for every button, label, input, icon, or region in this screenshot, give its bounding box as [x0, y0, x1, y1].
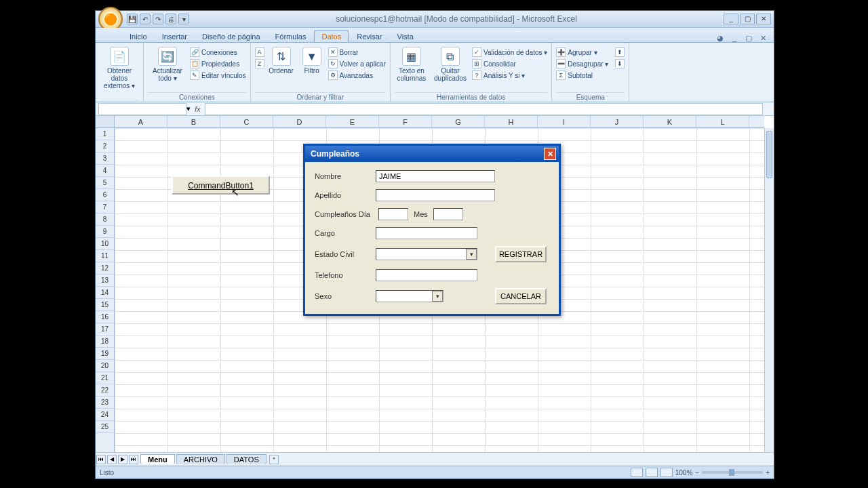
select-all-corner[interactable] — [96, 116, 115, 128]
tab-datos[interactable]: Datos — [314, 30, 349, 42]
apellido-field[interactable] — [376, 189, 495, 201]
save-icon[interactable]: 💾 — [127, 14, 138, 24]
page-layout-view-button[interactable] — [646, 468, 658, 477]
zoom-slider[interactable] — [702, 471, 763, 474]
tab-insertar[interactable]: Insertar — [155, 30, 194, 42]
minimize-button[interactable]: _ — [724, 14, 738, 24]
get-external-data-button[interactable]: 📄 Obtener datos externos ▾ — [100, 47, 139, 89]
consolidate-button[interactable]: ⊞Consolidar — [472, 58, 547, 69]
column-header[interactable]: F — [379, 116, 432, 127]
row-header[interactable]: 14 — [96, 287, 114, 299]
row-header[interactable]: 4 — [96, 165, 114, 177]
formula-bar[interactable] — [205, 103, 763, 115]
column-header[interactable]: C — [220, 116, 273, 127]
prev-sheet-button[interactable]: ◀ — [107, 455, 117, 464]
mes-field[interactable] — [433, 208, 463, 220]
cargo-field[interactable] — [376, 227, 477, 239]
column-header[interactable]: E — [326, 116, 379, 127]
tab-diseño-de-página[interactable]: Diseño de página — [195, 30, 267, 42]
collapse-icon[interactable]: ⬇ — [615, 58, 625, 69]
row-header[interactable]: 2 — [96, 140, 114, 152]
remove-duplicates-button[interactable]: ⧉ Quitar duplicados — [431, 47, 469, 82]
row-header[interactable]: 9 — [96, 226, 114, 238]
ribbon-restore-icon[interactable]: ▢ — [743, 33, 754, 43]
ungroup-button[interactable]: ➖Desagrupar ▾ — [556, 58, 608, 69]
reapply-button[interactable]: ↻Volver a aplicar — [328, 58, 386, 69]
sort-az-button[interactable]: A — [255, 47, 264, 58]
sheet-tab-archivo[interactable]: ARCHIVO — [176, 454, 225, 464]
print-icon[interactable]: 🖨 — [165, 14, 176, 24]
maximize-button[interactable]: ▢ — [740, 14, 755, 24]
group-button[interactable]: ➕Agrupar ▾ — [556, 47, 608, 58]
tab-inicio[interactable]: Inicio — [123, 30, 154, 42]
tab-fórmulas[interactable]: Fórmulas — [269, 30, 313, 42]
column-header[interactable]: D — [273, 116, 326, 127]
filter-button[interactable]: ▼ Filtro — [298, 47, 326, 75]
text-to-columns-button[interactable]: ▦ Texto en columnas — [395, 47, 429, 82]
tab-revisar[interactable]: Revisar — [350, 30, 389, 42]
row-header[interactable]: 6 — [96, 189, 114, 201]
row-header[interactable]: 13 — [96, 274, 114, 287]
estado-combo[interactable] — [376, 248, 477, 260]
dia-field[interactable] — [378, 208, 408, 220]
column-header[interactable]: L — [696, 116, 749, 127]
row-header[interactable]: 1 — [96, 128, 114, 140]
undo-icon[interactable]: ↶ — [140, 14, 151, 24]
registrar-button[interactable]: REGISTRAR — [495, 246, 547, 262]
sheet-tab-menu[interactable]: Menu — [140, 454, 175, 464]
close-button[interactable]: ✕ — [756, 14, 771, 24]
sort-za-button[interactable]: Z — [255, 58, 264, 69]
row-header[interactable]: 8 — [96, 214, 114, 226]
row-header[interactable]: 16 — [96, 311, 114, 323]
name-box[interactable] — [98, 103, 186, 115]
next-sheet-button[interactable]: ▶ — [118, 455, 127, 464]
row-header[interactable]: 17 — [96, 323, 114, 336]
row-header[interactable]: 25 — [96, 421, 114, 433]
fx-icon[interactable]: fx — [195, 105, 201, 113]
clear-filter-button[interactable]: ✕Borrar — [328, 47, 386, 58]
telefono-field[interactable] — [376, 269, 477, 281]
zoom-out-button[interactable]: − — [695, 469, 699, 476]
page-break-view-button[interactable] — [660, 468, 673, 477]
command-button-1[interactable]: CommandButton1 — [172, 176, 270, 195]
row-header[interactable]: 19 — [96, 348, 114, 360]
dialog-close-button[interactable]: ✕ — [544, 148, 556, 160]
vertical-scrollbar[interactable] — [764, 128, 774, 452]
edit-links-button[interactable]: ✎Editar vínculos — [190, 70, 246, 81]
expand-icon[interactable]: ⬆ — [615, 47, 625, 58]
subtotal-button[interactable]: ΣSubtotal — [556, 70, 608, 81]
whatif-button[interactable]: ?Análisis Y si ▾ — [472, 70, 547, 81]
row-header[interactable]: 15 — [96, 299, 114, 311]
sexo-dropdown-icon[interactable]: ▾ — [432, 291, 443, 302]
row-header[interactable]: 10 — [96, 238, 114, 250]
new-sheet-button[interactable]: ＊ — [269, 455, 279, 464]
row-header[interactable]: 24 — [96, 409, 114, 421]
column-header[interactable]: B — [167, 116, 220, 127]
scrollbar-thumb[interactable] — [766, 131, 772, 178]
row-header[interactable]: 12 — [96, 262, 114, 274]
advanced-button[interactable]: ⚙Avanzadas — [328, 70, 386, 81]
row-header[interactable]: 11 — [96, 250, 114, 262]
cancelar-button[interactable]: CANCELAR — [495, 288, 547, 304]
column-header[interactable]: G — [432, 116, 485, 127]
tab-vista[interactable]: Vista — [391, 30, 420, 42]
nombre-field[interactable] — [376, 170, 495, 182]
sheet-tab-datos[interactable]: DATOS — [226, 454, 267, 464]
last-sheet-button[interactable]: ⏭ — [129, 455, 138, 464]
column-header[interactable]: K — [644, 116, 696, 127]
column-header[interactable]: A — [115, 116, 167, 127]
row-header[interactable]: 23 — [96, 396, 114, 409]
row-header[interactable]: 20 — [96, 360, 114, 372]
row-header[interactable]: 3 — [96, 152, 114, 165]
data-validation-button[interactable]: ✓Validación de datos ▾ — [472, 47, 547, 58]
row-header[interactable]: 21 — [96, 372, 114, 384]
dialog-titlebar[interactable]: Cumpleaños ✕ — [305, 146, 559, 162]
help-icon[interactable]: ◕ — [715, 33, 726, 43]
normal-view-button[interactable] — [631, 468, 643, 477]
ribbon-close-icon[interactable]: ✕ — [757, 33, 768, 43]
zoom-in-button[interactable]: + — [766, 469, 770, 476]
row-header[interactable]: 22 — [96, 384, 114, 396]
row-header[interactable]: 7 — [96, 201, 114, 214]
row-header[interactable]: 18 — [96, 336, 114, 348]
column-header[interactable]: I — [538, 116, 591, 127]
